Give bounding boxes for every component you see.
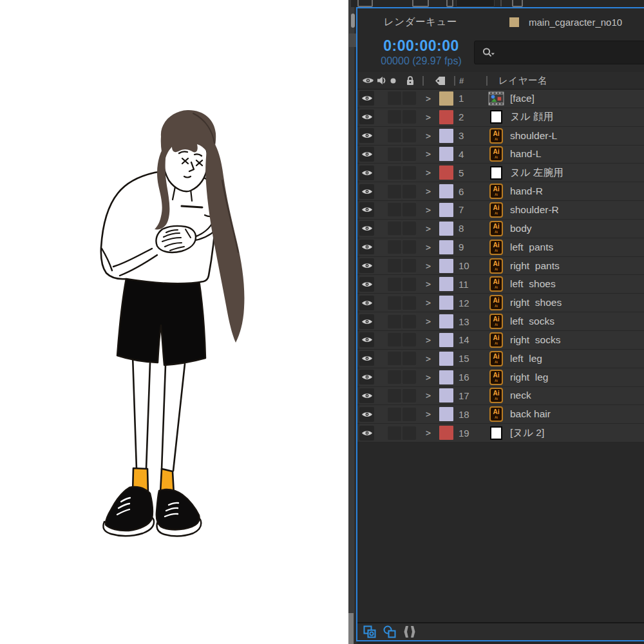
layer-name[interactable]: ヌル 顔用 — [510, 110, 553, 124]
toolbar-icon-partial[interactable] — [512, 0, 523, 7]
label-color-swatch[interactable] — [439, 166, 453, 180]
label-color-swatch[interactable] — [439, 222, 453, 236]
expand-chevron-icon[interactable]: > — [424, 186, 433, 196]
audio-switch-cell[interactable] — [388, 333, 401, 346]
expand-chevron-icon[interactable]: > — [424, 167, 433, 178]
eye-toggle[interactable] — [359, 202, 374, 217]
audio-switch-cell[interactable] — [388, 389, 401, 402]
lock-switch-cell[interactable] — [402, 259, 416, 272]
expand-chevron-icon[interactable]: > — [424, 149, 433, 159]
audio-switch-cell[interactable] — [388, 296, 401, 310]
label-color-swatch[interactable] — [439, 407, 453, 421]
layer-name[interactable]: shoulder-R — [510, 204, 559, 216]
layer-name[interactable]: hand-R — [510, 185, 543, 197]
layer-row[interactable]: >5ヌル 左腕用 — [357, 164, 644, 182]
layer-row[interactable]: >14AiAiright socks — [357, 331, 644, 350]
layer-row[interactable]: >12AiAiright shoes — [357, 294, 644, 312]
label-color-swatch[interactable] — [439, 259, 453, 273]
lock-switch-cell[interactable] — [402, 333, 416, 346]
scrollbar-thumb[interactable] — [351, 14, 355, 28]
lock-switch-cell[interactable] — [402, 370, 416, 384]
layer-row[interactable]: >1[face] — [357, 90, 644, 108]
layer-name[interactable]: left pants — [510, 242, 553, 253]
label-color-swatch[interactable] — [439, 333, 453, 347]
expand-chevron-icon[interactable]: > — [424, 223, 433, 234]
expand-transfer-controls-button[interactable] — [383, 625, 397, 639]
eye-toggle[interactable] — [359, 109, 374, 124]
label-color-swatch[interactable] — [439, 388, 453, 402]
eye-toggle[interactable] — [359, 296, 374, 310]
audio-switch-cell[interactable] — [388, 315, 401, 328]
audio-switch-cell[interactable] — [388, 185, 401, 198]
expand-chevron-icon[interactable]: > — [424, 93, 433, 104]
audio-switch-cell[interactable] — [388, 110, 401, 124]
eye-toggle[interactable] — [359, 388, 374, 403]
toolbar-icon-partial[interactable] — [446, 0, 453, 7]
expand-chevron-icon[interactable]: > — [424, 316, 433, 327]
lock-switch-cell[interactable] — [402, 185, 416, 198]
layer-row[interactable]: >7AiAishoulder-R — [357, 201, 644, 220]
label-color-swatch[interactable] — [439, 184, 453, 198]
layer-name[interactable]: shoulder-L — [510, 130, 557, 142]
toolbar-icon-partial[interactable] — [412, 0, 429, 7]
eye-toggle[interactable] — [359, 314, 374, 329]
expand-chevron-icon[interactable]: > — [424, 372, 433, 383]
eye-toggle[interactable] — [359, 258, 374, 273]
eye-toggle[interactable] — [359, 332, 374, 347]
label-column-tag-icon[interactable] — [434, 72, 446, 89]
expand-chevron-icon[interactable]: > — [424, 205, 433, 215]
layer-name[interactable]: back hair — [510, 408, 551, 420]
label-color-swatch[interactable] — [439, 147, 453, 161]
label-color-swatch[interactable] — [439, 296, 453, 310]
eye-toggle[interactable] — [359, 91, 374, 106]
layer-name[interactable]: [ヌル 2] — [510, 426, 544, 440]
expand-inout-panes-button[interactable] — [402, 625, 417, 639]
eye-toggle[interactable] — [359, 351, 374, 366]
eye-toggle[interactable] — [359, 166, 374, 180]
expand-chevron-icon[interactable]: > — [424, 354, 433, 364]
expand-chevron-icon[interactable]: > — [424, 390, 433, 401]
layer-name[interactable]: left shoes — [510, 278, 556, 290]
lock-switch-cell[interactable] — [402, 240, 416, 254]
expand-chevron-icon[interactable]: > — [424, 131, 433, 141]
layer-row[interactable]: >15AiAileft leg — [357, 350, 644, 368]
layer-name[interactable]: ヌル 左腕用 — [510, 166, 564, 180]
lock-switch-cell[interactable] — [402, 147, 416, 161]
audio-switch-cell[interactable] — [388, 240, 401, 254]
eye-toggle[interactable] — [359, 370, 374, 384]
expand-chevron-icon[interactable]: > — [424, 112, 433, 122]
lock-column-icon[interactable] — [406, 72, 415, 89]
number-column-header[interactable]: # — [459, 72, 464, 89]
toolbar-icon-partial[interactable] — [357, 0, 373, 7]
solo-column-icon[interactable] — [390, 72, 396, 89]
eye-toggle[interactable] — [359, 221, 374, 236]
layer-name[interactable]: [face] — [510, 93, 535, 104]
audio-switch-cell[interactable] — [388, 222, 401, 235]
layer-row[interactable]: >2ヌル 顔用 — [357, 108, 644, 127]
audio-switch-cell[interactable] — [388, 408, 401, 421]
expand-chevron-icon[interactable]: > — [424, 242, 433, 252]
layer-name[interactable]: hand-L — [510, 148, 541, 160]
layer-row[interactable]: >10AiAiright pants — [357, 257, 644, 276]
layer-row[interactable]: >11AiAileft shoes — [357, 275, 644, 294]
layer-row[interactable]: >9AiAileft pants — [357, 238, 644, 257]
audio-switch-cell[interactable] — [388, 352, 401, 365]
lock-switch-cell[interactable] — [402, 278, 416, 291]
expand-chevron-icon[interactable]: > — [424, 298, 433, 308]
label-color-swatch[interactable] — [439, 240, 453, 254]
eye-toggle[interactable] — [359, 147, 374, 162]
layer-name[interactable]: body — [510, 223, 532, 234]
eye-toggle[interactable] — [359, 277, 374, 292]
layer-row[interactable]: >17AiAineck — [357, 387, 644, 406]
lock-switch-cell[interactable] — [402, 408, 416, 421]
layer-row[interactable]: >13AiAileft socks — [357, 312, 644, 331]
lock-switch-cell[interactable] — [402, 110, 416, 124]
label-color-swatch[interactable] — [439, 91, 453, 106]
layer-row[interactable]: >8AiAibody — [357, 220, 644, 238]
label-color-swatch[interactable] — [439, 314, 453, 328]
label-color-swatch[interactable] — [439, 370, 453, 384]
lock-switch-cell[interactable] — [402, 129, 416, 142]
lock-switch-cell[interactable] — [402, 426, 416, 440]
layer-row[interactable]: >4AiAihand-L — [357, 146, 644, 164]
expand-chevron-icon[interactable]: > — [424, 261, 433, 271]
